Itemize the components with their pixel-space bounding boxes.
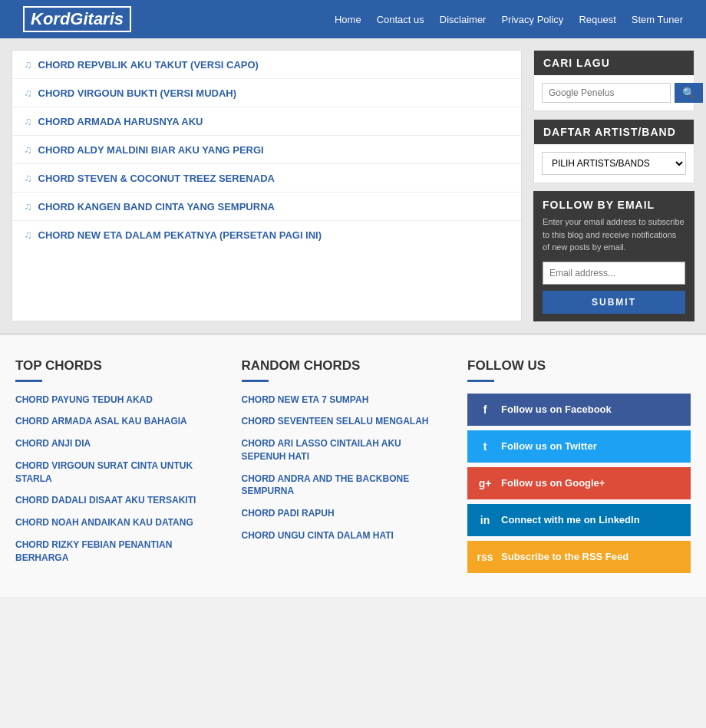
footer-follow: FOLLOW US f Follow us on Facebook t Foll…	[467, 358, 691, 574]
top-chord-link[interactable]: CHORD VIRGOUN SURAT CINTA UNTUK STARLA	[15, 460, 193, 484]
footer-random-chords: RANDOM CHORDS CHORD NEW ETA 7 SUMPAHCHOR…	[242, 358, 445, 574]
music-icon: ♫	[24, 115, 32, 127]
social-icon-google: g+	[477, 475, 493, 492]
chord-list-item: ♫ CHORD VIRGOUN BUKTI (VERSI MUDAH)	[12, 79, 521, 107]
top-chord-link[interactable]: CHORD NOAH ANDAIKAN KAU DATANG	[15, 517, 193, 528]
search-section: CARI LAGU 🔍	[533, 50, 694, 111]
social-item-rss[interactable]: rss Subscribe to the RSS Feed	[467, 541, 691, 573]
chord-list-item: ♫ CHORD NEW ETA DALAM PEKATNYA (PERSETAN…	[12, 221, 521, 249]
main-wrapper: ♫ CHORD REPVBLIK AKU TAKUT (VERSI CAPO)♫…	[0, 38, 706, 333]
social-label-facebook: Follow us on Facebook	[501, 404, 612, 415]
random-chord-link[interactable]: CHORD ARI LASSO CINTAILAH AKU SEPENUH HA…	[242, 438, 401, 462]
list-item: CHORD SEVENTEEN SELALU MENGALAH	[242, 415, 445, 428]
top-chord-link[interactable]: CHORD RIZKY FEBIAN PENANTIAN BERHARGA	[15, 539, 172, 563]
social-icon-linkedin: in	[477, 512, 493, 529]
search-title: CARI LAGU	[534, 51, 694, 75]
social-link-google[interactable]: g+ Follow us on Google+	[467, 467, 691, 499]
top-chords-list: CHORD PAYUNG TEDUH AKADCHORD ARMADA ASAL…	[15, 394, 219, 565]
random-chords-list: CHORD NEW ETA 7 SUMPAHCHORD SEVENTEEN SE…	[242, 394, 445, 542]
list-item: CHORD RIZKY FEBIAN PENANTIAN BERHARGA	[15, 539, 219, 565]
social-label-linkedin: Connect with me on LinkedIn	[501, 514, 640, 525]
submit-button[interactable]: SUBMIT	[543, 291, 685, 314]
chord-link[interactable]: CHORD ARMADA HARUSNYA AKU	[38, 116, 203, 127]
random-chord-link[interactable]: CHORD PADI RAPUH	[242, 508, 335, 519]
social-list: f Follow us on Facebook t Follow us on T…	[467, 394, 691, 573]
follow-email-title: FOLLOW BY EMAIL	[543, 199, 685, 211]
follow-divider	[467, 380, 494, 382]
social-link-linkedin[interactable]: in Connect with me on LinkedIn	[467, 504, 691, 536]
social-item-google[interactable]: g+ Follow us on Google+	[467, 467, 691, 499]
artist-select-wrapper: PILIH ARTISTS/BANDS	[534, 144, 694, 183]
chord-link[interactable]: CHORD NEW ETA DALAM PEKATNYA (PERSETAN P…	[38, 229, 322, 241]
list-item: CHORD ANDRA AND THE BACKBONE SEMPURNA	[242, 473, 445, 499]
artist-section: DAFTAR ARTIST/BAND PILIH ARTISTS/BANDS	[533, 119, 694, 183]
social-link-rss[interactable]: rss Subscribe to the RSS Feed	[467, 541, 691, 573]
social-icon-facebook: f	[477, 401, 493, 418]
social-item-linkedin[interactable]: in Connect with me on LinkedIn	[467, 504, 691, 536]
music-icon: ♫	[24, 200, 32, 212]
social-item-twitter[interactable]: t Follow us on Twitter	[467, 430, 691, 463]
chord-list-item: ♫ CHORD STEVEN & COCONUT TREEZ SERENADA	[12, 164, 521, 193]
top-chord-link[interactable]: CHORD ARMADA ASAL KAU BAHAGIA	[15, 416, 187, 427]
list-item: CHORD ARMADA ASAL KAU BAHAGIA	[15, 415, 219, 428]
random-chord-link[interactable]: CHORD UNGU CINTA DALAM HATI	[242, 530, 394, 541]
chord-list: ♫ CHORD REPVBLIK AKU TAKUT (VERSI CAPO)♫…	[12, 51, 521, 249]
nav-stem-tuner[interactable]: Stem Tuner	[632, 14, 683, 25]
search-box: 🔍	[534, 75, 694, 110]
social-item-facebook[interactable]: f Follow us on Facebook	[467, 394, 691, 426]
chord-link[interactable]: CHORD STEVEN & COCONUT TREEZ SERENADA	[38, 173, 275, 184]
chord-list-item: ♫ CHORD KANGEN BAND CINTA YANG SEMPURNA	[12, 193, 521, 221]
top-chords-divider	[15, 380, 42, 382]
content-area: ♫ CHORD REPVBLIK AKU TAKUT (VERSI CAPO)♫…	[12, 50, 522, 321]
chord-link[interactable]: CHORD VIRGOUN BUKTI (VERSI MUDAH)	[38, 87, 237, 99]
social-icon-rss: rss	[477, 548, 493, 565]
search-input[interactable]	[542, 83, 671, 103]
chord-list-item: ♫ CHORD REPVBLIK AKU TAKUT (VERSI CAPO)	[12, 51, 521, 79]
list-item: CHORD DADALI DISAAT AKU TERSAKITI	[15, 494, 219, 507]
list-item: CHORD UNGU CINTA DALAM HATI	[242, 529, 445, 542]
music-icon: ♫	[24, 87, 32, 99]
top-chord-link[interactable]: CHORD ANJI DIA	[15, 438, 91, 449]
footer: TOP CHORDS CHORD PAYUNG TEDUH AKADCHORD …	[0, 333, 706, 597]
music-icon: ♫	[24, 58, 32, 71]
artist-title: DAFTAR ARTIST/BAND	[534, 120, 694, 144]
chord-link[interactable]: CHORD KANGEN BAND CINTA YANG SEMPURNA	[38, 201, 275, 212]
artist-select[interactable]: PILIH ARTISTS/BANDS	[542, 152, 686, 175]
nav-request[interactable]: Request	[579, 14, 615, 25]
random-chord-link[interactable]: CHORD NEW ETA 7 SUMPAH	[242, 394, 369, 405]
email-input[interactable]	[543, 262, 685, 285]
social-icon-twitter: t	[477, 438, 493, 455]
list-item: CHORD NEW ETA 7 SUMPAH	[242, 394, 445, 407]
site-logo: KordGitaris	[23, 6, 131, 32]
chord-list-item: ♫ CHORD ARMADA HARUSNYA AKU	[12, 107, 521, 136]
random-chord-link[interactable]: CHORD ANDRA AND THE BACKBONE SEMPURNA	[242, 473, 410, 497]
random-chords-divider	[242, 380, 269, 382]
footer-top-chords: TOP CHORDS CHORD PAYUNG TEDUH AKADCHORD …	[15, 358, 219, 574]
social-label-rss: Subscribe to the RSS Feed	[501, 551, 628, 562]
header: KordGitaris Home Contact us Disclaimer P…	[0, 0, 706, 38]
chord-link[interactable]: CHORD ALDY MALDINI BIAR AKU YANG PERGI	[38, 144, 264, 156]
list-item: CHORD ANJI DIA	[15, 437, 219, 450]
list-item: CHORD NOAH ANDAIKAN KAU DATANG	[15, 516, 219, 529]
list-item: CHORD PAYUNG TEDUH AKAD	[15, 394, 219, 407]
follow-email-desc: Enter your email address to subscribe to…	[543, 216, 685, 254]
chord-link[interactable]: CHORD REPVBLIK AKU TAKUT (VERSI CAPO)	[38, 59, 259, 71]
social-link-twitter[interactable]: t Follow us on Twitter	[467, 430, 691, 463]
list-item: CHORD ARI LASSO CINTAILAH AKU SEPENUH HA…	[242, 437, 445, 463]
social-label-google: Follow us on Google+	[501, 477, 605, 489]
follow-title: FOLLOW US	[467, 358, 691, 374]
social-link-facebook[interactable]: f Follow us on Facebook	[467, 394, 691, 426]
music-icon: ♫	[24, 143, 32, 156]
random-chord-link[interactable]: CHORD SEVENTEEN SELALU MENGALAH	[242, 416, 429, 427]
nav-disclaimer[interactable]: Disclaimer	[440, 14, 487, 25]
nav-privacy[interactable]: Privacy Policy	[501, 14, 563, 25]
nav-home[interactable]: Home	[335, 14, 361, 25]
music-icon: ♫	[24, 229, 32, 241]
top-chord-link[interactable]: CHORD PAYUNG TEDUH AKAD	[15, 394, 153, 405]
search-button[interactable]: 🔍	[675, 83, 703, 103]
nav-contact[interactable]: Contact us	[377, 14, 424, 25]
top-chord-link[interactable]: CHORD DADALI DISAAT AKU TERSAKITI	[15, 495, 196, 506]
list-item: CHORD VIRGOUN SURAT CINTA UNTUK STARLA	[15, 460, 219, 486]
footer-grid: TOP CHORDS CHORD PAYUNG TEDUH AKADCHORD …	[15, 358, 691, 574]
follow-email-section: FOLLOW BY EMAIL Enter your email address…	[533, 191, 694, 321]
